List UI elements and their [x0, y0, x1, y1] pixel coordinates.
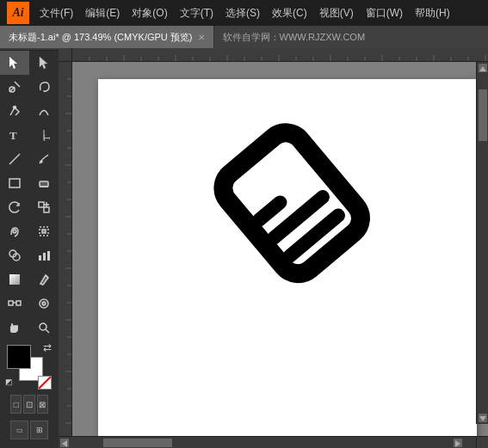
gradient-tool[interactable]	[0, 267, 29, 292]
scale-tool[interactable]	[29, 195, 59, 219]
vertical-type-tool[interactable]: T	[29, 123, 59, 147]
svg-rect-29	[16, 301, 21, 305]
swap-colors-button[interactable]: ⇄	[43, 341, 52, 353]
reset-colors-button[interactable]: ◩	[5, 377, 13, 386]
eraser-tool[interactable]	[29, 171, 59, 195]
svg-rect-12	[40, 181, 48, 187]
horizontal-scrollbar[interactable]	[59, 436, 488, 448]
svg-marker-87	[479, 66, 486, 71]
svg-rect-14	[39, 202, 44, 207]
warp-tool[interactable]	[0, 219, 29, 243]
presentation-button[interactable]: ⊞	[30, 420, 48, 439]
svg-rect-23	[39, 255, 41, 261]
scroll-corner	[476, 437, 488, 449]
menu-text[interactable]: 文字(T)	[175, 4, 219, 22]
scroll-track-h[interactable]	[69, 439, 454, 447]
eyedropper-tool[interactable]	[29, 267, 59, 292]
pen-tool[interactable]	[0, 99, 29, 123]
svg-line-9	[9, 154, 20, 164]
magic-wand-tool[interactable]	[0, 75, 29, 99]
scroll-track-v[interactable]	[479, 72, 487, 414]
scroll-up-button[interactable]	[479, 64, 487, 72]
lasso-tool[interactable]	[29, 75, 59, 99]
title-bar: Ai 文件(F) 编辑(E) 对象(O) 文字(T) 选择(S) 效果(C) 视…	[0, 0, 488, 26]
rotate-tool[interactable]	[0, 195, 29, 219]
top-ruler	[72, 48, 488, 62]
bar-chart-tool[interactable]	[29, 243, 59, 267]
draw-inside-button[interactable]: ⊡	[23, 395, 34, 414]
svg-point-10	[40, 161, 42, 163]
svg-line-86	[259, 202, 281, 220]
view-mode-area: ▭ ⊞	[5, 419, 53, 443]
svg-rect-28	[9, 301, 13, 305]
svg-rect-60	[59, 62, 72, 436]
svg-marker-89	[62, 440, 67, 447]
menu-select[interactable]: 选择(S)	[220, 4, 265, 22]
svg-line-34	[46, 329, 49, 333]
canvas-area[interactable]	[59, 48, 488, 448]
svg-rect-11	[9, 179, 20, 187]
foreground-color-box[interactable]	[7, 345, 31, 369]
tab-website-label: 软件自学网：WWW.RJZXW.COM	[223, 31, 366, 44]
svg-rect-35	[72, 48, 488, 62]
svg-point-33	[40, 323, 46, 330]
normal-view-button[interactable]: ▭	[10, 420, 28, 439]
symbol-tool[interactable]	[29, 292, 59, 316]
ruler-corner	[59, 48, 72, 62]
menu-window[interactable]: 窗口(W)	[361, 4, 408, 22]
tab-document[interactable]: 未标题-1.ai* @ 173.49% (CMYK/GPU 预览) ✕	[0, 26, 214, 48]
svg-marker-0	[9, 57, 17, 69]
svg-marker-88	[479, 416, 486, 421]
extra-tools: □ ⊡ ⊠	[5, 393, 53, 415]
svg-rect-24	[43, 253, 46, 261]
free-transform-tool[interactable]	[29, 219, 59, 243]
canvas-artwork	[201, 114, 391, 303]
menu-help[interactable]: 帮助(H)	[410, 4, 455, 22]
menu-edit[interactable]: 编辑(E)	[80, 4, 125, 22]
tab-website[interactable]: 软件自学网：WWW.RJZXW.COM	[214, 26, 374, 48]
drawing-canvas[interactable]	[72, 62, 488, 436]
scroll-down-button[interactable]	[479, 414, 487, 422]
selection-tool[interactable]	[0, 51, 29, 75]
menu-view[interactable]: 视图(V)	[314, 4, 359, 22]
curvature-tool[interactable]	[29, 99, 59, 123]
svg-text:T: T	[41, 135, 51, 141]
tab-close-button[interactable]: ✕	[198, 33, 205, 42]
menu-bar: 文件(F) 编辑(E) 对象(O) 文字(T) 选择(S) 效果(C) 视图(V…	[34, 4, 455, 22]
draw-normal-button[interactable]: □	[10, 395, 22, 414]
app-logo: Ai	[7, 2, 29, 24]
draw-outside-button[interactable]: ⊠	[37, 395, 48, 414]
tool-grid: T T	[0, 51, 59, 340]
svg-line-2	[15, 82, 20, 87]
scroll-right-button[interactable]	[454, 439, 462, 447]
svg-marker-90	[455, 440, 460, 447]
pencil-tool[interactable]	[29, 147, 59, 171]
hand-tool[interactable]	[0, 316, 29, 340]
blend-tool[interactable]	[0, 292, 29, 316]
no-stroke-box[interactable]	[38, 376, 52, 390]
vertical-scrollbar[interactable]	[476, 62, 488, 424]
menu-object[interactable]: 对象(O)	[127, 4, 172, 22]
left-ruler	[59, 62, 72, 436]
menu-file[interactable]: 文件(F)	[34, 4, 78, 22]
svg-point-5	[14, 107, 16, 109]
direct-selection-tool[interactable]	[29, 51, 59, 75]
zoom-tool[interactable]	[29, 316, 59, 340]
type-tool[interactable]: T	[0, 123, 29, 147]
shape-builder-tool[interactable]	[0, 243, 29, 267]
svg-point-18	[13, 230, 16, 233]
scroll-thumb-v[interactable]	[479, 89, 487, 141]
svg-text:T: T	[9, 129, 17, 142]
scroll-thumb-h[interactable]	[103, 439, 172, 447]
svg-point-32	[42, 302, 46, 305]
line-tool[interactable]	[0, 147, 29, 171]
svg-rect-15	[44, 207, 49, 212]
scroll-left-button[interactable]	[60, 439, 69, 447]
menu-effect[interactable]: 效果(C)	[267, 4, 312, 22]
color-area: ⇄ ◩ □ ⊡ ⊠ ▭ ⊞	[0, 340, 59, 448]
svg-rect-26	[9, 274, 20, 285]
tab-bar: 未标题-1.ai* @ 173.49% (CMYK/GPU 预览) ✕ 软件自学…	[0, 26, 488, 48]
tab-document-label: 未标题-1.ai* @ 173.49% (CMYK/GPU 预览)	[9, 31, 193, 44]
rectangle-tool[interactable]	[0, 171, 29, 195]
svg-marker-1	[40, 57, 47, 69]
